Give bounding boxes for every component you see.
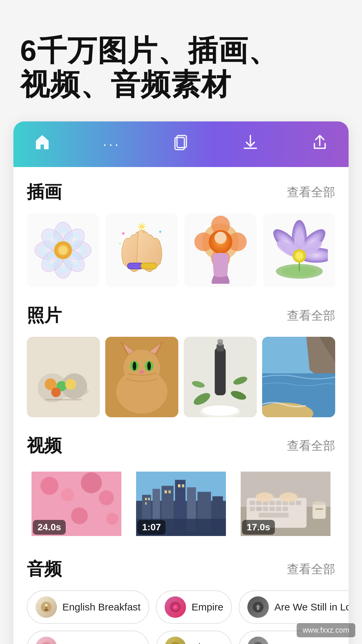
svg-point-81 bbox=[61, 488, 74, 501]
audio-thumb-not-us bbox=[247, 637, 269, 644]
illus-item-girl[interactable] bbox=[184, 213, 256, 287]
audio-item-arewe[interactable]: Are We Still in Love bbox=[239, 590, 349, 624]
photos-row bbox=[27, 337, 335, 417]
svg-point-86 bbox=[106, 513, 118, 525]
page-wrapper: 6千万图片、插画、 视频、音频素材 ··· bbox=[0, 0, 362, 644]
svg-point-125 bbox=[312, 501, 325, 505]
svg-rect-114 bbox=[296, 501, 301, 505]
svg-rect-115 bbox=[250, 507, 255, 511]
audio-name-sweet-hope: Sweet Hope bbox=[62, 642, 117, 644]
download-icon[interactable] bbox=[242, 133, 259, 155]
svg-rect-128 bbox=[44, 609, 48, 611]
audio-item-pine[interactable]: Pine bbox=[156, 631, 232, 644]
more-icon[interactable]: ··· bbox=[103, 136, 121, 152]
svg-point-52 bbox=[124, 350, 160, 386]
illustrations-row bbox=[27, 213, 335, 287]
svg-rect-107 bbox=[250, 501, 255, 505]
svg-rect-117 bbox=[263, 507, 268, 511]
photos-title: 照片 bbox=[27, 304, 62, 327]
audio-name-pine: Pine bbox=[191, 642, 212, 644]
svg-point-48 bbox=[51, 388, 61, 397]
svg-rect-126 bbox=[315, 508, 323, 510]
svg-rect-49 bbox=[45, 399, 82, 400]
watermark: www.fxxz.com bbox=[297, 623, 355, 637]
svg-point-28 bbox=[215, 232, 227, 244]
audio-thumb-pine bbox=[165, 637, 186, 644]
svg-point-84 bbox=[38, 504, 50, 516]
illus-item-flower[interactable] bbox=[27, 213, 99, 287]
audio-item-english-breakfast[interactable]: English Breakfast bbox=[27, 590, 149, 624]
svg-rect-99 bbox=[165, 490, 167, 493]
svg-point-132 bbox=[174, 606, 177, 608]
app-card: ··· bbox=[13, 121, 349, 644]
svg-point-11 bbox=[58, 246, 68, 255]
svg-rect-96 bbox=[145, 498, 147, 500]
hero-title: 6千万图片、插画、 视频、音频素材 bbox=[0, 20, 362, 121]
audio-item-sweet-hope[interactable]: Sweet Hope bbox=[27, 631, 149, 644]
illus-item-hands[interactable] bbox=[106, 213, 178, 287]
svg-rect-121 bbox=[259, 513, 289, 518]
svg-rect-120 bbox=[283, 507, 288, 511]
photos-header: 照片 查看全部 bbox=[27, 304, 335, 327]
audio-thumb-arewe bbox=[247, 596, 269, 618]
video-duration-3: 17.0s bbox=[242, 520, 275, 535]
illustrations-title: 插画 bbox=[27, 180, 62, 204]
svg-point-82 bbox=[81, 473, 102, 494]
photo-cat[interactable] bbox=[105, 337, 178, 417]
svg-rect-97 bbox=[148, 498, 150, 500]
illustrations-header: 插画 查看全部 bbox=[27, 180, 335, 204]
svg-rect-124 bbox=[312, 504, 325, 519]
audio-name-arewe: Are We Still in Love bbox=[274, 601, 349, 613]
content-area: 插画 查看全部 bbox=[13, 167, 349, 644]
illus-item-lotus[interactable] bbox=[263, 213, 335, 287]
svg-rect-98 bbox=[145, 502, 147, 505]
video-item-2[interactable]: 1:07 bbox=[131, 467, 231, 541]
home-icon[interactable] bbox=[34, 133, 51, 155]
audio-name-empire: Empire bbox=[191, 601, 223, 613]
svg-rect-119 bbox=[276, 507, 281, 511]
audio-thumb-empire bbox=[165, 596, 186, 618]
svg-rect-118 bbox=[269, 507, 275, 511]
videos-view-all[interactable]: 查看全部 bbox=[287, 438, 335, 454]
svg-rect-102 bbox=[182, 484, 184, 487]
photos-view-all[interactable]: 查看全部 bbox=[287, 308, 335, 324]
audio-title: 音频 bbox=[27, 557, 62, 581]
svg-rect-41 bbox=[27, 337, 100, 417]
svg-point-85 bbox=[71, 507, 88, 524]
videos-header: 视频 查看全部 bbox=[27, 434, 335, 458]
svg-point-20 bbox=[159, 231, 161, 233]
share-icon[interactable] bbox=[311, 133, 328, 155]
svg-rect-110 bbox=[269, 501, 275, 505]
nav-bar: ··· bbox=[13, 121, 349, 167]
svg-rect-13 bbox=[141, 263, 157, 269]
svg-point-138 bbox=[253, 642, 263, 644]
video-item-3[interactable]: 17.0s bbox=[236, 467, 335, 541]
audio-item-empire[interactable]: Empire bbox=[156, 590, 232, 624]
svg-point-21 bbox=[119, 243, 121, 245]
copy-icon[interactable] bbox=[172, 133, 190, 155]
svg-point-72 bbox=[202, 406, 239, 416]
photo-food[interactable] bbox=[27, 337, 100, 417]
svg-point-47 bbox=[65, 379, 76, 390]
svg-rect-101 bbox=[178, 484, 180, 487]
svg-rect-111 bbox=[276, 501, 281, 505]
audio-header: 音频 查看全部 bbox=[27, 557, 335, 581]
photo-oils[interactable] bbox=[184, 337, 257, 417]
svg-point-66 bbox=[217, 339, 223, 343]
illustrations-view-all[interactable]: 查看全部 bbox=[287, 184, 335, 201]
svg-point-61 bbox=[139, 370, 144, 374]
audio-grid: English Breakfast Empire bbox=[27, 590, 335, 644]
audio-name-not-us: Not Us bbox=[274, 642, 305, 644]
video-item-1[interactable]: 24.0s bbox=[27, 467, 126, 541]
svg-point-83 bbox=[99, 490, 114, 505]
photo-ocean[interactable] bbox=[262, 337, 335, 417]
audio-thumb-sweet-hope bbox=[36, 637, 57, 644]
svg-rect-78 bbox=[262, 410, 310, 417]
svg-point-80 bbox=[41, 477, 59, 495]
svg-point-60 bbox=[147, 362, 151, 371]
svg-point-129 bbox=[45, 604, 48, 606]
videos-title: 视频 bbox=[27, 434, 62, 458]
audio-view-all[interactable]: 查看全部 bbox=[287, 561, 335, 578]
svg-rect-100 bbox=[168, 490, 171, 493]
svg-point-134 bbox=[41, 642, 52, 644]
